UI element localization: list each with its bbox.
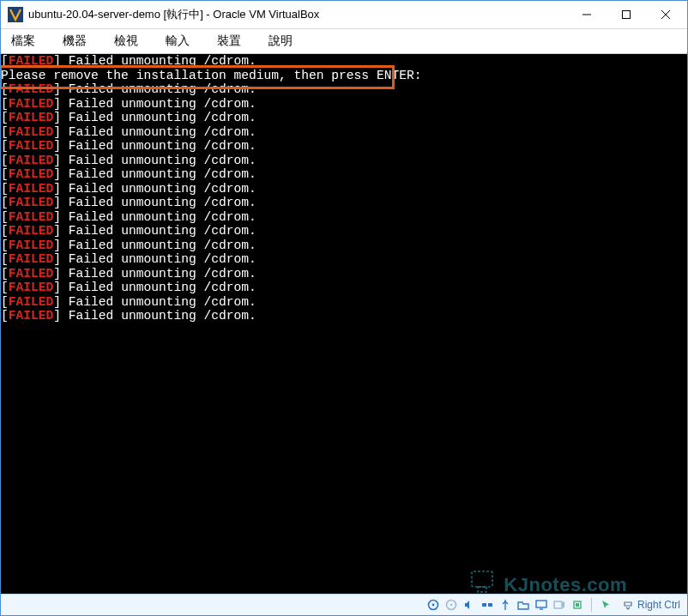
- svg-rect-15: [554, 601, 562, 608]
- console-line: [FAILED] Failed unmounting /cdrom.: [1, 267, 687, 281]
- failed-tag: FAILED: [9, 125, 54, 139]
- console-line: [FAILED] Failed unmounting /cdrom.: [1, 196, 687, 210]
- failed-tag: FAILED: [9, 309, 54, 323]
- failed-tag: FAILED: [9, 295, 54, 309]
- svg-rect-13: [536, 601, 546, 607]
- console-line: [FAILED] Failed unmounting /cdrom.: [1, 210, 687, 225]
- failed-tag: FAILED: [9, 182, 54, 196]
- hostkey-indicator[interactable]: Right Ctrl: [622, 599, 680, 611]
- menu-view[interactable]: 檢視: [111, 32, 142, 51]
- console-line: [FAILED] Failed unmounting /cdrom.: [1, 224, 687, 239]
- statusbar-icons: [425, 597, 613, 613]
- minimize-button[interactable]: [567, 2, 607, 27]
- console-line: [FAILED] Failed unmounting /cdrom.: [1, 125, 687, 140]
- console-line: [FAILED] Failed unmounting /cdrom.: [1, 111, 687, 125]
- svg-rect-12: [488, 603, 492, 607]
- console-line: [FAILED] Failed unmounting /cdrom.: [1, 154, 687, 168]
- vm-console[interactable]: [FAILED] Failed unmounting /cdrom.Please…: [1, 54, 687, 594]
- menu-file[interactable]: 檔案: [8, 32, 39, 51]
- failed-tag: FAILED: [9, 252, 54, 266]
- svg-rect-11: [482, 603, 486, 607]
- failed-tag: FAILED: [9, 154, 54, 167]
- failed-tag: FAILED: [9, 97, 54, 111]
- console-line: [FAILED] Failed unmounting /cdrom.: [1, 295, 687, 310]
- failed-tag: FAILED: [9, 267, 54, 281]
- menu-machine[interactable]: 機器: [59, 32, 90, 51]
- statusbar: Right Ctrl: [1, 594, 687, 615]
- console-line: [FAILED] Failed unmounting /cdrom.: [1, 309, 687, 323]
- window-title: ubuntu-20.04-server-demo [執行中] - Oracle …: [28, 7, 319, 22]
- status-harddisk-icon[interactable]: [425, 597, 441, 613]
- console-line: [FAILED] Failed unmounting /cdrom.: [1, 54, 687, 69]
- svg-rect-2: [623, 11, 631, 19]
- failed-tag: FAILED: [9, 224, 54, 238]
- status-display-icon[interactable]: [534, 597, 549, 613]
- hostkey-label: Right Ctrl: [637, 599, 680, 611]
- menu-input[interactable]: 輸入: [162, 32, 193, 51]
- svg-rect-17: [576, 603, 579, 607]
- status-usb-icon[interactable]: [498, 597, 513, 613]
- keyboard-down-icon: [622, 599, 634, 611]
- failed-tag: FAILED: [9, 210, 54, 224]
- failed-tag: FAILED: [9, 239, 54, 252]
- status-recording-icon[interactable]: [552, 597, 567, 613]
- svg-point-10: [450, 604, 452, 606]
- console-line: [FAILED] Failed unmounting /cdrom.: [1, 97, 687, 112]
- menubar: 檔案 機器 檢視 輸入 裝置 說明: [1, 29, 687, 53]
- maximize-button[interactable]: [607, 2, 646, 27]
- menu-help[interactable]: 說明: [265, 32, 296, 51]
- failed-tag: FAILED: [9, 139, 54, 153]
- console-line: [FAILED] Failed unmounting /cdrom.: [1, 82, 687, 97]
- console-line: [FAILED] Failed unmounting /cdrom.: [1, 281, 687, 295]
- status-optical-icon[interactable]: [444, 597, 459, 613]
- statusbar-separator: [591, 598, 592, 612]
- status-cpu-icon[interactable]: [570, 597, 585, 613]
- failed-tag: FAILED: [9, 54, 54, 68]
- console-prompt-line: Please remove the installation medium, t…: [1, 69, 687, 83]
- virtualbox-icon: [8, 7, 23, 22]
- menu-devices[interactable]: 裝置: [214, 32, 244, 51]
- console-line: [FAILED] Failed unmounting /cdrom.: [1, 252, 687, 267]
- status-mouse-integration-icon[interactable]: [598, 597, 613, 613]
- failed-tag: FAILED: [9, 82, 54, 96]
- status-shared-folder-icon[interactable]: [516, 597, 531, 613]
- failed-tag: FAILED: [9, 196, 54, 209]
- console-line: [FAILED] Failed unmounting /cdrom.: [1, 239, 687, 253]
- failed-tag: FAILED: [9, 111, 54, 124]
- titlebar: ubuntu-20.04-server-demo [執行中] - Oracle …: [1, 1, 687, 29]
- virtualbox-window: ubuntu-20.04-server-demo [執行中] - Oracle …: [0, 0, 688, 616]
- svg-point-8: [432, 604, 435, 607]
- close-button[interactable]: [646, 2, 685, 27]
- failed-tag: FAILED: [9, 167, 54, 181]
- console-line: [FAILED] Failed unmounting /cdrom.: [1, 167, 687, 182]
- status-network-icon[interactable]: [480, 597, 495, 613]
- console-line: [FAILED] Failed unmounting /cdrom.: [1, 139, 687, 154]
- status-audio-icon[interactable]: [462, 597, 477, 613]
- console-line: [FAILED] Failed unmounting /cdrom.: [1, 182, 687, 196]
- failed-tag: FAILED: [9, 281, 54, 294]
